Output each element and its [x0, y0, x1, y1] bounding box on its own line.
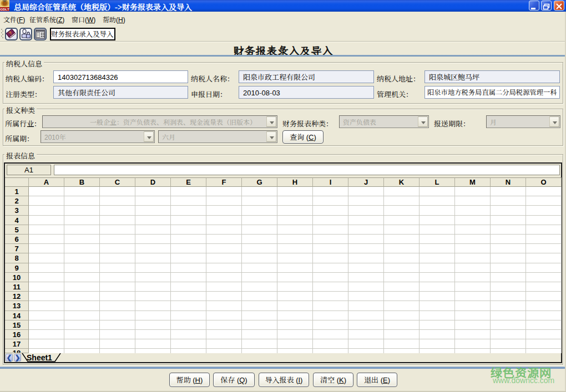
svg-text:GDLT: GDLT: [0, 7, 9, 11]
